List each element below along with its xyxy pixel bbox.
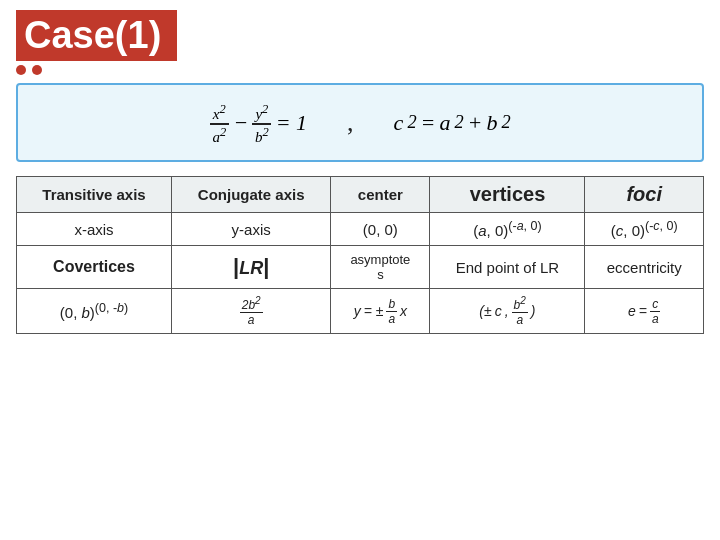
table-row-3: (0, b)(0, -b) 2b2 a y = ± b a	[17, 289, 704, 334]
dot-2	[32, 65, 42, 75]
row3-lr-value: 2b2 a	[172, 289, 331, 334]
formula-2-plus: +	[468, 110, 483, 136]
row2-covertices: Covertices	[17, 246, 172, 289]
formula-1-frac2: y2 b2	[252, 99, 272, 146]
col-header-center: center	[331, 177, 430, 213]
col-header-conjugate: Conjugate axis	[172, 177, 331, 213]
row2-asymptotes: asymptotes	[331, 246, 430, 289]
row2-endpoint: End point of LR	[430, 246, 585, 289]
row3-asymptote-formula: y = ± b a x	[331, 289, 430, 334]
page-title: Case(1)	[16, 10, 177, 61]
row1-transitive: x-axis	[17, 213, 172, 246]
formula-separator: ,	[347, 108, 354, 138]
col-header-foci: foci	[585, 177, 704, 213]
row1-foci: (c, 0)(-c, 0)	[585, 213, 704, 246]
col-header-vertices: vertices	[430, 177, 585, 213]
row3-eccentricity-formula: e = c a	[585, 289, 704, 334]
properties-table: Transitive axis Conjugate axis center ve…	[16, 176, 704, 334]
row1-vertices: (a, 0)(-a, 0)	[430, 213, 585, 246]
page: Case(1) x2 a2 − y2 b2 = 1 ,	[0, 0, 720, 540]
table-row-1: x-axis y-axis (0, 0) (a, 0)(-a, 0) (c, 0…	[17, 213, 704, 246]
dot-1	[16, 65, 26, 75]
row2-eccentricity: eccentricity	[585, 246, 704, 289]
row3-covertices-value: (0, b)(0, -b)	[17, 289, 172, 334]
row3-endpoint-formula: (±c , b2 a )	[430, 289, 585, 334]
table-header-row: Transitive axis Conjugate axis center ve…	[17, 177, 704, 213]
formula-1-equals: = 1	[276, 110, 307, 136]
formula-2-eq: =	[421, 110, 436, 136]
row1-center: (0, 0)	[331, 213, 430, 246]
formula-1-frac1: x2 a2	[209, 99, 229, 146]
formula-1: x2 a2 − y2 b2 = 1	[209, 99, 307, 146]
formula-2: c2 = a2 + b2	[394, 110, 511, 136]
row2-lr: |LR|	[172, 246, 331, 289]
col-header-transitive: Transitive axis	[17, 177, 172, 213]
dot-decoration	[16, 65, 704, 75]
formula-box: x2 a2 − y2 b2 = 1 , c2 = a2 + b2	[16, 83, 704, 162]
row1-conjugate: y-axis	[172, 213, 331, 246]
table-row-2: Covertices |LR| asymptotes End point of …	[17, 246, 704, 289]
formula-1-minus: −	[233, 110, 248, 136]
